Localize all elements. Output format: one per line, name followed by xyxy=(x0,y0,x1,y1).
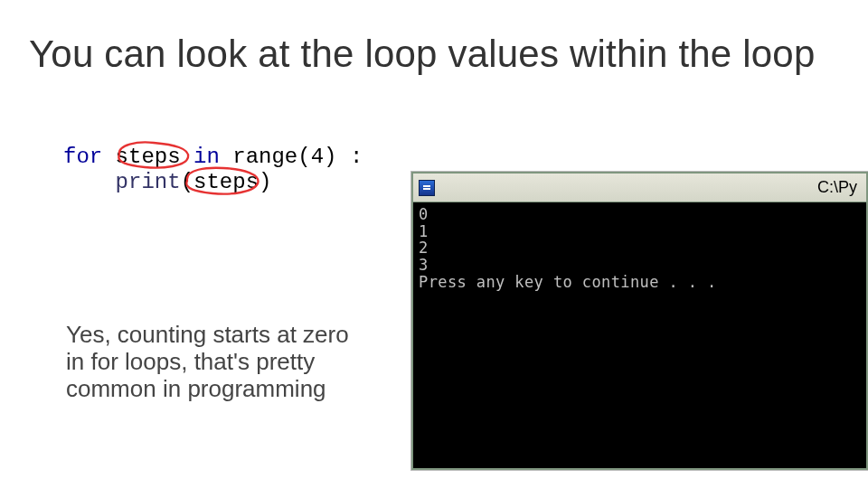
code-var-steps: steps xyxy=(102,145,193,169)
terminal-line: 3 xyxy=(419,256,429,274)
keyword-in: in xyxy=(193,145,220,169)
explanation-text: Yes, counting starts at zero in for loop… xyxy=(66,322,373,403)
keyword-for: for xyxy=(63,145,102,169)
code-print-args: (steps) xyxy=(181,170,272,194)
terminal-line: 0 xyxy=(419,205,429,223)
terminal-line: 1 xyxy=(419,222,429,240)
terminal-body: 0 1 2 3 Press any key to continue . . . xyxy=(413,202,866,468)
code-range-call: range(4) : xyxy=(220,145,363,169)
terminal-line: 2 xyxy=(419,239,429,257)
code-indent xyxy=(63,170,116,194)
terminal-title: C:\Py xyxy=(435,178,861,197)
slide-title: You can look at the loop values within t… xyxy=(29,33,815,76)
terminal-titlebar: C:\Py xyxy=(413,174,866,202)
code-print-fn: print xyxy=(116,170,181,194)
terminal-icon xyxy=(419,180,435,196)
terminal-line: Press any key to continue . . . xyxy=(419,273,717,291)
code-block: for steps in range(4) : print(steps) xyxy=(63,145,363,194)
terminal-window: C:\Py 0 1 2 3 Press any key to continue … xyxy=(411,172,868,470)
